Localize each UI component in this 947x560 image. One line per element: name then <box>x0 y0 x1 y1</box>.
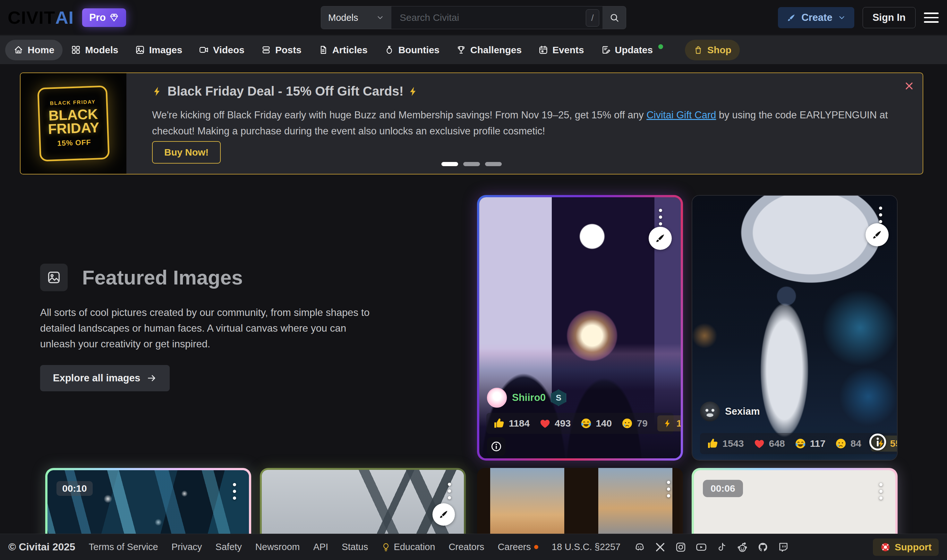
posts-icon <box>261 45 271 55</box>
nav-item-articles[interactable]: Articles <box>310 40 376 60</box>
carousel-indicator-3[interactable] <box>485 162 502 166</box>
nav-item-videos[interactable]: Videos <box>191 40 253 60</box>
banner-title: Black Friday Deal - 15% Off Gift Cards! <box>152 84 419 98</box>
footer-link-safety[interactable]: Safety <box>216 542 242 552</box>
updates-icon <box>601 45 611 55</box>
menu-burger-icon[interactable] <box>924 12 939 23</box>
footer-link-newsroom[interactable]: Newsroom <box>256 542 300 552</box>
close-icon[interactable] <box>903 80 915 92</box>
featured-image-card[interactable]: Sexiam 1543 648 117 84 550 <box>691 195 898 461</box>
nav-label: Posts <box>275 45 302 55</box>
footer-link-education[interactable]: Education <box>382 542 435 552</box>
videos-icon <box>199 45 209 55</box>
instagram-icon[interactable] <box>675 542 687 553</box>
card-user-row[interactable]: Shiiro0 S <box>487 388 566 408</box>
banner-content: Black Friday Deal - 15% Off Gift Cards! … <box>152 73 903 174</box>
nav-label: Videos <box>213 45 245 55</box>
black-friday-graphic: BLACK FRIDAY BLACK FRIDAY 15% OFF <box>20 73 126 174</box>
buy-now-button[interactable]: Buy Now! <box>152 141 221 163</box>
nav-label: Events <box>553 45 584 55</box>
video-duration-badge: 00:10 <box>57 481 93 496</box>
tiktok-icon[interactable] <box>716 542 728 553</box>
nav-item-bounties[interactable]: Bounties <box>376 40 448 60</box>
x-twitter-icon[interactable] <box>654 542 666 553</box>
card-menu-icon[interactable] <box>879 483 882 500</box>
reaction-cry[interactable]: 79 <box>621 418 647 429</box>
featured-image-card[interactable]: Shiiro0 S 1184 493 140 79 <box>477 195 683 461</box>
search-button[interactable] <box>602 6 626 29</box>
logo-civit: CIVIT <box>8 7 55 28</box>
events-icon <box>538 45 548 55</box>
bounties-icon <box>384 45 394 55</box>
reaction-cry[interactable]: 84 <box>835 438 861 449</box>
remix-brush-button[interactable] <box>865 223 888 246</box>
twitch-icon[interactable] <box>778 542 789 553</box>
footer: © Civitai 2025 Terms of Service Privacy … <box>0 534 947 560</box>
search-category-select[interactable]: Models <box>321 6 391 29</box>
create-button[interactable]: Create <box>778 7 854 28</box>
info-button[interactable] <box>487 437 505 456</box>
nav-item-home[interactable]: Home <box>5 40 63 60</box>
username[interactable]: Shiiro0 <box>512 392 546 403</box>
civitai-logo[interactable]: CIVIT AI <box>8 7 74 28</box>
carousel-indicator-2[interactable] <box>463 162 480 166</box>
card-user-row[interactable]: Sexiam <box>700 402 760 422</box>
support-button[interactable]: Support <box>873 538 939 556</box>
nav-label: Shop <box>707 45 731 55</box>
reaction-heart[interactable]: 493 <box>539 418 571 429</box>
zap-icon <box>152 86 163 97</box>
shop-bag-icon <box>693 45 703 55</box>
carousel-indicator-1[interactable] <box>442 162 458 166</box>
logo-ai: AI <box>55 7 74 28</box>
footer-link-terms[interactable]: Terms of Service <box>89 542 158 552</box>
footer-link-creators[interactable]: Creators <box>448 542 484 552</box>
pro-button[interactable]: Pro <box>82 8 126 27</box>
search-input[interactable] <box>391 6 602 29</box>
heart-icon <box>539 418 551 429</box>
thumbs-up-icon <box>493 418 505 429</box>
remix-brush-button[interactable] <box>649 227 672 250</box>
reaction-heart[interactable]: 648 <box>753 438 785 449</box>
footer-link-api[interactable]: API <box>313 542 328 552</box>
avatar[interactable] <box>487 388 507 408</box>
remix-brush-button[interactable] <box>433 503 455 526</box>
bf-graphic-off: 15% OFF <box>57 138 91 148</box>
nav-item-updates[interactable]: Updates <box>593 40 671 60</box>
card-menu-icon[interactable] <box>448 483 451 499</box>
card-menu-icon[interactable] <box>659 209 662 226</box>
info-button[interactable] <box>868 432 887 452</box>
discord-icon[interactable] <box>634 542 645 553</box>
gift-card-link[interactable]: Civitai Gift Card <box>647 109 716 121</box>
explore-all-images-button[interactable]: Explore all images <box>40 365 170 391</box>
nav-item-shop[interactable]: Shop <box>685 40 740 60</box>
featured-images-description: All sorts of cool pictures created by ou… <box>40 305 377 352</box>
chevron-down-icon <box>376 14 384 22</box>
reaction-laugh[interactable]: 117 <box>795 438 825 449</box>
card-menu-icon[interactable] <box>879 206 882 223</box>
reaction-laugh[interactable]: 140 <box>581 418 612 429</box>
card-menu-icon[interactable] <box>233 483 236 500</box>
youtube-icon[interactable] <box>696 542 707 553</box>
reddit-icon[interactable] <box>736 542 748 553</box>
nav-item-images[interactable]: Images <box>127 40 191 60</box>
nav-item-posts[interactable]: Posts <box>253 40 310 60</box>
legal-notice: 18 U.S.C. §2257 <box>552 542 621 552</box>
footer-link-status[interactable]: Status <box>342 542 368 552</box>
nav-item-challenges[interactable]: Challenges <box>448 40 530 60</box>
nav-item-models[interactable]: Models <box>63 40 126 60</box>
search-input-wrap: / <box>391 6 602 29</box>
reaction-like[interactable]: 1184 <box>493 418 530 429</box>
paintbrush-icon <box>871 229 883 240</box>
reaction-zap[interactable]: 1.6K <box>658 415 681 431</box>
zap-icon <box>663 418 673 428</box>
footer-link-careers[interactable]: Careers <box>498 542 538 552</box>
sign-in-button[interactable]: Sign In <box>862 7 916 28</box>
nav-item-events[interactable]: Events <box>530 40 592 60</box>
footer-link-privacy[interactable]: Privacy <box>172 542 202 552</box>
avatar[interactable] <box>700 402 720 422</box>
card-menu-icon[interactable] <box>667 481 670 497</box>
github-icon[interactable] <box>757 542 768 553</box>
reaction-like[interactable]: 1543 <box>707 438 744 449</box>
home-icon <box>14 45 23 55</box>
username[interactable]: Sexiam <box>725 406 760 417</box>
